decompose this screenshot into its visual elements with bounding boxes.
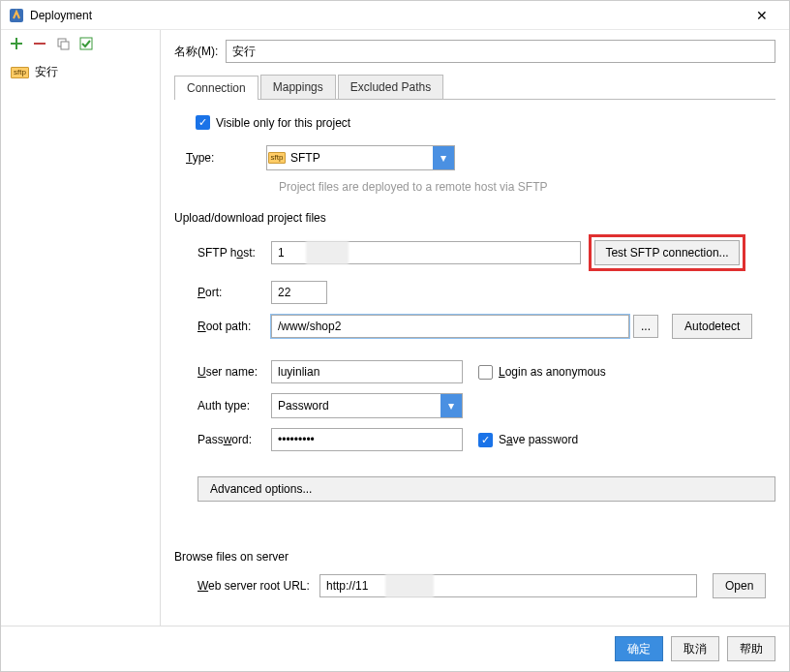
remove-icon[interactable] (32, 36, 47, 51)
tab-mappings[interactable]: Mappings (260, 75, 336, 99)
test-connection-highlight: Test SFTP connection... (589, 234, 745, 271)
visible-only-label: Visible only for this project (216, 116, 350, 130)
sftp-icon: sftp (268, 152, 287, 164)
advanced-options-button[interactable]: Advanced options... (198, 476, 775, 502)
test-sftp-connection-button[interactable]: Test SFTP connection... (594, 240, 740, 265)
type-label: Type: (174, 151, 266, 165)
close-button[interactable]: ✕ (743, 8, 781, 23)
deployment-dialog: Deployment ✕ sftp 安行 名称(M): (0, 0, 790, 672)
help-button[interactable]: 帮助 (727, 636, 775, 661)
type-hint: Project files are deployed to a remote h… (279, 180, 775, 194)
tab-connection[interactable]: Connection (174, 76, 258, 100)
browse-root-path-button[interactable]: ... (633, 315, 658, 338)
browse-group-label: Browse files on server (174, 550, 775, 564)
root-path-label: Root path: (174, 320, 271, 333)
tabs: Connection Mappings Excluded Paths (174, 75, 775, 100)
auth-type-label: Auth type: (174, 399, 271, 412)
save-password-checkbox[interactable] (478, 433, 493, 447)
type-dropdown[interactable]: sftp SFTP ▾ (266, 145, 455, 170)
username-input[interactable] (271, 360, 463, 383)
tab-excluded-paths[interactable]: Excluded Paths (338, 75, 443, 99)
open-button[interactable]: Open (713, 573, 766, 598)
type-value: SFTP (287, 151, 433, 165)
svg-rect-3 (80, 38, 92, 49)
dialog-footer: 确定 取消 帮助 (1, 626, 789, 671)
sidebar-toolbar (1, 30, 160, 57)
sidebar: sftp 安行 (1, 30, 161, 626)
app-icon (9, 8, 24, 23)
ok-button[interactable]: 确定 (615, 636, 663, 661)
sftp-host-input[interactable] (271, 241, 581, 264)
chevron-down-icon[interactable]: ▾ (433, 146, 454, 169)
port-label: Port: (174, 286, 271, 299)
host-label: SFTP host: (174, 246, 271, 260)
svg-rect-2 (61, 42, 69, 49)
server-list: sftp 安行 (1, 57, 160, 626)
copy-icon[interactable] (55, 36, 71, 51)
save-password-label: Save password (499, 433, 578, 446)
main-panel: 名称(M): Connection Mappings Excluded Path… (161, 30, 789, 626)
password-label: Password: (174, 433, 271, 446)
check-icon[interactable] (78, 36, 94, 51)
sftp-icon: sftp (11, 67, 29, 78)
auth-type-dropdown[interactable]: Password ▾ (271, 393, 463, 418)
server-item-label: 安行 (35, 64, 58, 80)
port-input[interactable] (271, 281, 327, 304)
chevron-down-icon[interactable]: ▾ (441, 394, 462, 417)
add-icon[interactable] (9, 36, 24, 51)
web-url-label: Web server root URL: (174, 579, 319, 593)
server-list-item[interactable]: sftp 安行 (1, 61, 160, 83)
login-anonymous-label: Login as anonymous (499, 365, 606, 379)
window-title: Deployment (30, 9, 743, 22)
upload-group-label: Upload/download project files (174, 211, 775, 225)
visible-only-checkbox[interactable] (196, 115, 210, 130)
name-input[interactable] (226, 40, 775, 63)
cancel-button[interactable]: 取消 (671, 636, 719, 661)
autodetect-button[interactable]: Autodetect (672, 314, 752, 339)
name-label: 名称(M): (174, 44, 218, 60)
username-label: User name: (174, 365, 271, 379)
password-input[interactable] (271, 428, 463, 451)
auth-type-value: Password (272, 399, 441, 412)
titlebar: Deployment ✕ (1, 1, 789, 30)
root-path-input[interactable] (271, 315, 629, 338)
login-anonymous-checkbox[interactable] (478, 365, 493, 380)
web-server-url-input[interactable] (319, 574, 697, 597)
